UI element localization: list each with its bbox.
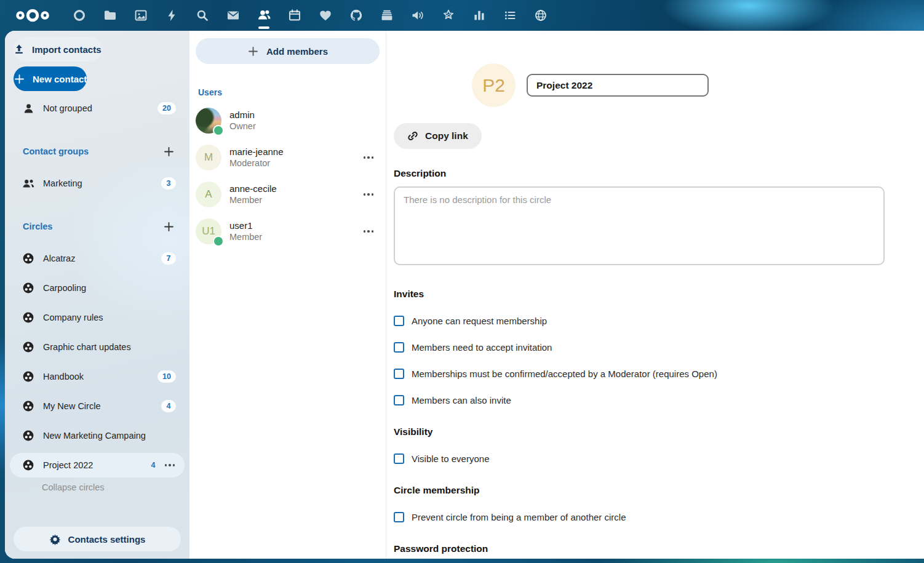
sidebar-item-label: Handbook	[43, 372, 157, 381]
collapse-circles-toggle[interactable]: Collapse circles	[42, 482, 189, 492]
contacts-icon[interactable]	[249, 0, 279, 31]
maps-icon[interactable]	[525, 0, 556, 31]
sidebar-item-label: Alcatraz	[43, 254, 161, 263]
plus-icon	[247, 46, 259, 57]
setting-row-members-need-to-accept-invitation: Members need to accept invitation	[394, 342, 886, 353]
member-row-anne-cecile[interactable]: Aanne-cecileMember	[189, 177, 386, 212]
mail-icon[interactable]	[218, 0, 249, 31]
app-content: Import contacts New contact Not grouped …	[5, 31, 924, 559]
sidebar-item-company-rules[interactable]: Company rules	[10, 305, 185, 330]
section-heading-circle-membership: Circle membership	[394, 485, 886, 496]
sidebar-item-my-new-circle[interactable]: My New Circle4	[10, 394, 185, 418]
section-heading-invites: Invites	[394, 289, 886, 300]
sidebar-item-alcatraz[interactable]: Alcatraz7	[10, 246, 185, 271]
member-menu-button[interactable]	[357, 230, 375, 233]
circles-icon	[22, 311, 35, 324]
person-icon	[22, 103, 35, 114]
sidebar-item-carpooling[interactable]: Carpooling	[10, 276, 185, 300]
checkbox[interactable]	[394, 453, 404, 464]
sidebar-item-marketing[interactable]: Marketing3	[10, 171, 185, 196]
checkbox-label: Visible to everyone	[412, 453, 489, 464]
heart-icon[interactable]	[310, 0, 341, 31]
github-icon[interactable]	[341, 0, 372, 31]
circles-star-icon[interactable]: C	[433, 0, 464, 31]
sidebar-item-not-grouped[interactable]: Not grouped 20	[10, 96, 185, 121]
add-members-button[interactable]: Add members	[196, 38, 380, 64]
sidebar-item-graphic-chart-updates[interactable]: Graphic chart updates	[10, 335, 185, 359]
circle-title-input[interactable]	[527, 74, 709, 97]
contacts-settings-button[interactable]: Contacts settings	[14, 527, 181, 551]
count-badge: 4	[144, 459, 159, 471]
search-icon[interactable]	[187, 0, 218, 31]
stack-icon[interactable]	[372, 0, 402, 31]
member-row-marie-jeanne[interactable]: Mmarie-jeanneModerator	[189, 140, 386, 175]
topbar-apps: C	[9, 0, 556, 31]
new-contact-label: New contact	[33, 74, 87, 84]
not-grouped-label: Not grouped	[43, 103, 157, 113]
avatar	[196, 108, 221, 134]
sidebar-nav-groups: Contact groupsMarketing3CirclesAlcatraz7…	[5, 139, 189, 477]
copy-link-label: Copy link	[425, 130, 468, 142]
count-badge: 7	[161, 252, 176, 265]
tasks-icon[interactable]	[495, 0, 525, 31]
activity-icon[interactable]	[156, 0, 187, 31]
sidebar-item-label: Company rules	[43, 313, 176, 322]
photos-icon[interactable]	[125, 0, 156, 31]
member-role: Member	[229, 231, 357, 242]
sidebar-item-label: My New Circle	[43, 401, 161, 411]
checkbox[interactable]	[394, 369, 404, 379]
gear-icon	[49, 533, 61, 545]
add-contact-groups-button[interactable]	[163, 146, 175, 158]
circles-icon	[22, 370, 35, 383]
checkbox-label: Members can also invite	[412, 395, 511, 405]
nextcloud-header: C	[0, 0, 924, 31]
checkbox[interactable]	[394, 512, 404, 522]
member-name: anne-cecile	[229, 183, 357, 195]
online-status-dot	[214, 237, 223, 246]
member-role: Member	[229, 194, 357, 206]
users-group-header: Users	[198, 87, 386, 97]
count-badge: 4	[161, 400, 176, 412]
copy-link-button[interactable]: Copy link	[394, 123, 482, 149]
sidebar-item-handbook[interactable]: Handbook10	[10, 364, 185, 389]
checkbox[interactable]	[394, 316, 404, 326]
circle-menu-button[interactable]	[159, 464, 176, 466]
sidebar-item-label: Carpooling	[43, 283, 176, 293]
circle-header: P2	[394, 63, 886, 107]
nextcloud-logo-icon[interactable]	[9, 0, 57, 31]
new-contact-button[interactable]: New contact	[14, 66, 87, 91]
checkbox[interactable]	[394, 395, 404, 405]
section-header-contact-groups: Contact groups	[10, 139, 185, 164]
section-header-circles: Circles	[10, 214, 185, 239]
avatar: A	[196, 182, 221, 207]
checkbox[interactable]	[394, 342, 404, 353]
member-menu-button[interactable]	[357, 193, 375, 196]
analytics-icon[interactable]	[464, 0, 495, 31]
count-badge: 10	[157, 370, 176, 383]
circles-icon	[22, 400, 35, 412]
sidebar-item-project-2022[interactable]: Project 20224	[10, 453, 185, 477]
users-list: adminOwnerMmarie-jeanneModeratorAanne-ce…	[189, 103, 386, 249]
not-grouped-count-badge: 20	[157, 102, 176, 114]
circles-icon	[22, 282, 35, 294]
add-circles-button[interactable]	[163, 221, 175, 233]
sidebar-item-new-marketing-campaing[interactable]: New Marketing Campaing	[10, 423, 185, 448]
setting-row-anyone-can-request-membership: Anyone can request membership	[394, 316, 886, 326]
circle-description-textarea[interactable]	[394, 186, 885, 265]
section-title: Contact groups	[23, 146, 163, 156]
circle-details: P2 Copy link Description InvitesAnyone c…	[386, 31, 924, 559]
member-row-user1[interactable]: U1user1Member	[189, 214, 386, 249]
section-heading-password-protection: Password protection	[394, 543, 886, 554]
files-icon[interactable]	[95, 0, 125, 31]
contacts-sidebar: Import contacts New contact Not grouped …	[5, 31, 189, 559]
announcements-icon[interactable]	[402, 0, 433, 31]
import-contacts-button[interactable]: Import contacts	[14, 37, 102, 62]
circles-icon	[22, 252, 35, 265]
member-row-admin[interactable]: adminOwner	[189, 103, 386, 138]
setting-row-visible-to-everyone: Visible to everyone	[394, 453, 886, 464]
member-menu-button[interactable]	[357, 156, 375, 159]
member-text: marie-jeanneModerator	[229, 146, 357, 169]
calendar-icon[interactable]	[279, 0, 310, 31]
checkbox-label: Prevent circle from being a member of an…	[412, 512, 626, 522]
circle-icon[interactable]	[64, 0, 95, 31]
